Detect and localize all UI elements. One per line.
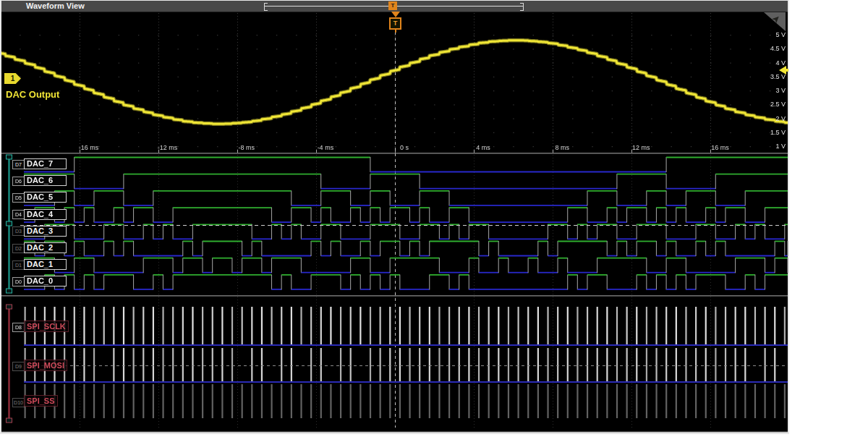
trigger-t-badge[interactable]: T — [389, 17, 401, 30]
voltage-tick: 4 V — [754, 59, 786, 67]
waveform-view-window: Waveform View T T 1 DAC Output ➤ 5 V4.5 … — [0, 0, 789, 434]
waveform-display[interactable] — [0, 0, 789, 434]
voltage-tick: 2 V — [754, 115, 786, 122]
channel-label-dac_1[interactable]: DAC_1 — [24, 259, 67, 270]
overview-trigger-marker[interactable]: T — [388, 1, 397, 10]
digital-channel-badge-d7[interactable]: D7 — [12, 160, 25, 169]
channel-label-dac_7[interactable]: DAC_7 — [24, 158, 67, 169]
channel-label-dac_5[interactable]: DAC_5 — [24, 192, 67, 203]
digital-channel-badge-d6[interactable]: D6 — [12, 177, 25, 186]
channel-1-reference-tail — [786, 69, 788, 72]
channel-label-dac_3[interactable]: DAC_3 — [24, 226, 67, 237]
channel-label-spi_mosi[interactable]: SPI_MOSI — [24, 360, 67, 371]
time-tick: 4 ms — [463, 144, 503, 151]
voltage-tick: 3.5 V — [754, 73, 786, 80]
time-tick: 8 ms — [542, 144, 582, 151]
overview-left-bracket[interactable] — [264, 3, 268, 11]
voltage-tick: 3 V — [754, 87, 786, 94]
digital-channel-badge-d2[interactable]: D2 — [12, 244, 25, 253]
channel-label-spi_ss[interactable]: SPI_SS — [24, 395, 58, 407]
digital-channel-badge-d3[interactable]: D3 — [12, 226, 25, 236]
time-tick: -4 ms — [305, 144, 346, 151]
channel-label-dac_6[interactable]: DAC_6 — [24, 175, 67, 186]
time-tick: -12 ms — [148, 144, 188, 151]
channel-label-dac_2[interactable]: DAC_2 — [24, 242, 67, 253]
channel-1-label[interactable]: DAC Output — [6, 89, 59, 100]
trigger-indicator[interactable]: T — [389, 12, 401, 33]
time-tick: 12 ms — [621, 144, 661, 151]
digital-channel-badge-d5[interactable]: D5 — [12, 193, 25, 203]
channel-label-dac_4[interactable]: DAC_4 — [24, 209, 67, 220]
digital-channel-badge-d4[interactable]: D4 — [12, 210, 25, 219]
time-tick: 16 ms — [699, 144, 740, 151]
digital-channel-badge-d0[interactable]: D0 — [12, 277, 25, 287]
overview-right-bracket[interactable] — [520, 3, 524, 11]
voltage-tick: 1.5 V — [754, 129, 786, 136]
zoom-overview-bracket[interactable]: T — [264, 3, 524, 9]
voltage-tick: 4.5 V — [754, 45, 786, 52]
digital-channel-badge-d9[interactable]: D9 — [12, 362, 25, 371]
digital-channel-badge-d8[interactable]: D8 — [12, 323, 25, 332]
channel-label-spi_sclk[interactable]: SPI_SCLK — [24, 321, 69, 332]
title-bar[interactable]: Waveform View T — [1, 1, 788, 12]
time-tick: -16 ms — [69, 144, 109, 151]
voltage-tick: 5 V — [754, 31, 786, 38]
channel-label-dac_0[interactable]: DAC_0 — [24, 276, 67, 287]
trigger-tail — [395, 30, 396, 33]
time-tick: -8 ms — [226, 144, 267, 151]
voltage-tick: 2.5 V — [754, 101, 786, 108]
digital-channel-badge-d1[interactable]: D1 — [12, 260, 25, 270]
trigger-arrow-icon — [391, 12, 400, 17]
time-tick: 0 s — [384, 144, 425, 151]
digital-channel-badge-d10[interactable]: D10 — [12, 398, 25, 407]
voltage-tick: 1 V — [754, 143, 786, 150]
window-title: Waveform View — [26, 1, 85, 10]
